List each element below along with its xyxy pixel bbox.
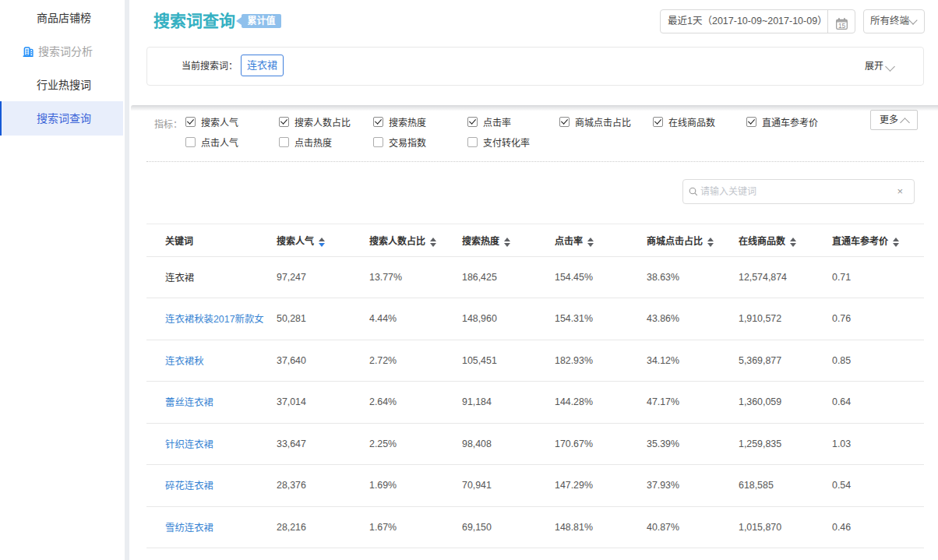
svg-text:15: 15	[838, 22, 846, 30]
